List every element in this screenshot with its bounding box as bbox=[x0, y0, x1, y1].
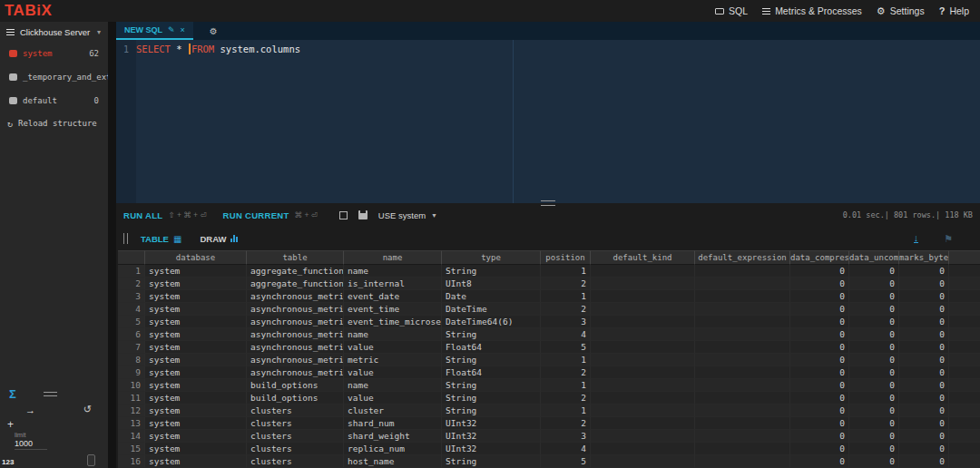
cell-data_uncompre: 0 bbox=[849, 341, 899, 354]
topbar: TABiX SQL Metrics & Processes ⚙ Settings… bbox=[0, 0, 980, 22]
cell-type: DateTime64(6) bbox=[442, 316, 541, 328]
limit-control: limit 1000 bbox=[0, 429, 108, 450]
save-icon[interactable] bbox=[358, 210, 368, 219]
limit-input[interactable]: 1000 bbox=[15, 439, 47, 450]
mobile-view-icon[interactable] bbox=[87, 454, 95, 466]
row-number: 10 bbox=[118, 379, 145, 392]
fullscreen-icon[interactable] bbox=[339, 211, 348, 219]
table-row[interactable]: 4systemasynchronous_metric_logevent_time… bbox=[118, 303, 980, 316]
table-row[interactable]: 7systemasynchronous_metric_logvalueFloat… bbox=[118, 341, 980, 354]
cell-default_kind bbox=[591, 303, 695, 316]
table-row[interactable]: 3systemasynchronous_metric_logevent_date… bbox=[118, 290, 980, 303]
cell-data_uncompre: 0 bbox=[849, 443, 899, 455]
sql-editor[interactable]: 1 SELECT * FROM system.columns bbox=[116, 40, 980, 203]
cell-database: system bbox=[145, 366, 247, 379]
column-header-type[interactable]: type bbox=[442, 250, 541, 265]
cell-default_kind bbox=[591, 328, 695, 341]
menu-item-help[interactable]: ? Help bbox=[939, 5, 969, 16]
server-selector[interactable]: Clickhouse Server ▾ bbox=[0, 22, 108, 42]
run-all-button[interactable]: RUN ALL bbox=[123, 210, 162, 220]
table-row[interactable]: 1systemaggregate_function_combinameStrin… bbox=[118, 265, 980, 278]
cell-marks_bytes: 0 bbox=[899, 354, 949, 366]
row-filler bbox=[949, 303, 980, 316]
row-filler bbox=[949, 290, 980, 303]
use-database-select[interactable]: USE system ▼ bbox=[378, 210, 437, 220]
sigma-button[interactable]: Σ bbox=[9, 387, 16, 401]
sidebar-item-default[interactable]: default 0 bbox=[0, 89, 108, 112]
column-header-marks_bytes[interactable]: marks_bytes bbox=[899, 250, 949, 265]
cell-default_expression bbox=[695, 316, 790, 328]
reload-structure-button[interactable]: ↻ Reload structure bbox=[0, 112, 108, 134]
export-arrow-button[interactable]: → bbox=[25, 405, 35, 415]
horizontal-splitter-handle[interactable] bbox=[541, 200, 555, 206]
cell-data_compress: 0 bbox=[790, 316, 849, 328]
add-button[interactable]: + bbox=[0, 415, 108, 429]
editor-pane-divider bbox=[513, 40, 514, 203]
menu-item-settings[interactable]: ⚙ Settings bbox=[877, 5, 925, 17]
cell-table: asynchronous_metrics bbox=[247, 366, 344, 379]
vertical-splitter-handle[interactable] bbox=[123, 233, 128, 244]
cell-type: String bbox=[442, 405, 541, 417]
numeric-mode-toggle[interactable]: 123 bbox=[2, 458, 14, 466]
cell-name: shard_num bbox=[344, 417, 442, 430]
column-header-data_uncompre[interactable]: data_uncompre bbox=[849, 250, 899, 265]
tab-new-sql[interactable]: NEW SQL ✎ × bbox=[116, 22, 193, 40]
download-icon[interactable]: ↓ bbox=[914, 234, 919, 243]
app-logo: TABiX bbox=[0, 0, 52, 22]
cell-default_kind bbox=[591, 443, 695, 455]
row-number: 16 bbox=[118, 455, 145, 468]
cell-default_expression bbox=[695, 265, 790, 278]
row-filler bbox=[949, 379, 980, 392]
close-icon[interactable]: × bbox=[181, 25, 185, 34]
column-header-default_kind[interactable]: default_kind bbox=[591, 250, 695, 265]
row-number: 9 bbox=[118, 366, 145, 379]
cell-marks_bytes: 0 bbox=[899, 316, 949, 328]
sidebar-drag-handle[interactable] bbox=[44, 392, 57, 396]
sidebar-divider bbox=[108, 22, 116, 468]
table-row[interactable]: 15systemclustersreplica_numUInt324000 bbox=[118, 443, 980, 455]
table-row[interactable]: 5systemasynchronous_metric_logevent_time… bbox=[118, 316, 980, 328]
cell-position: 3 bbox=[541, 430, 591, 443]
table-row[interactable]: 6systemasynchronous_metric_lognameString… bbox=[118, 328, 980, 341]
sql-monitor-icon bbox=[715, 8, 724, 15]
cell-data_uncompre: 0 bbox=[849, 278, 899, 290]
results-table: databasetablenametypepositiondefault_kin… bbox=[118, 250, 980, 468]
column-header-position[interactable]: position bbox=[541, 250, 591, 265]
editor-settings-gear-icon[interactable]: ⚙ bbox=[210, 26, 218, 36]
table-row[interactable]: 9systemasynchronous_metricsvalueFloat642… bbox=[118, 366, 980, 379]
table-row[interactable]: 2systemaggregate_function_combiis_intern… bbox=[118, 278, 980, 290]
column-header-name[interactable]: name bbox=[344, 250, 442, 265]
pin-icon[interactable]: ⚑ bbox=[944, 233, 953, 245]
table-row[interactable]: 11systembuild_optionsvalueString2000 bbox=[118, 392, 980, 405]
row-filler bbox=[949, 265, 980, 278]
cell-type: Date bbox=[442, 290, 541, 303]
run-current-button[interactable]: RUN CURRENT bbox=[223, 210, 289, 220]
menu-item-label: SQL bbox=[729, 5, 748, 16]
table-row[interactable]: 13systemclustersshard_numUInt322000 bbox=[118, 417, 980, 430]
menu-item-label: Metrics & Processes bbox=[775, 5, 862, 16]
limit-label: limit bbox=[15, 432, 108, 438]
table-row[interactable]: 16systemclustershost_nameString5000 bbox=[118, 455, 980, 468]
column-header-data_compress[interactable]: data_compress bbox=[790, 250, 849, 265]
table-row[interactable]: 12systemclustersclusterString1000 bbox=[118, 405, 980, 417]
column-header-table[interactable]: table bbox=[247, 250, 344, 265]
cell-name: shard_weight bbox=[344, 430, 442, 443]
history-button[interactable]: ↺ bbox=[83, 404, 92, 415]
sql-text: system.columns bbox=[214, 44, 300, 54]
table-row[interactable]: 10systembuild_optionsnameString1000 bbox=[118, 379, 980, 392]
cell-name: name bbox=[344, 265, 442, 278]
menu-item-sql[interactable]: SQL bbox=[715, 5, 748, 16]
tab-table[interactable]: TABLE ▦ bbox=[141, 234, 181, 244]
cell-type: Float64 bbox=[442, 366, 541, 379]
sidebar-item-system[interactable]: system 62 bbox=[0, 42, 108, 65]
menu-item-metrics[interactable]: Metrics & Processes bbox=[762, 5, 862, 16]
cell-data_compress: 0 bbox=[790, 278, 849, 290]
cell-default_expression bbox=[695, 341, 790, 354]
sidebar-item-temporary[interactable]: _temporary_and_exte bbox=[0, 65, 108, 89]
tab-draw[interactable]: DRAW bbox=[200, 234, 238, 244]
column-header-database[interactable]: database bbox=[145, 250, 247, 265]
edit-icon[interactable]: ✎ bbox=[168, 25, 175, 34]
column-header-default_expression[interactable]: default_expression bbox=[695, 250, 790, 265]
table-row[interactable]: 8systemasynchronous_metricsmetricString1… bbox=[118, 354, 980, 366]
table-row[interactable]: 14systemclustersshard_weightUInt323000 bbox=[118, 430, 980, 443]
